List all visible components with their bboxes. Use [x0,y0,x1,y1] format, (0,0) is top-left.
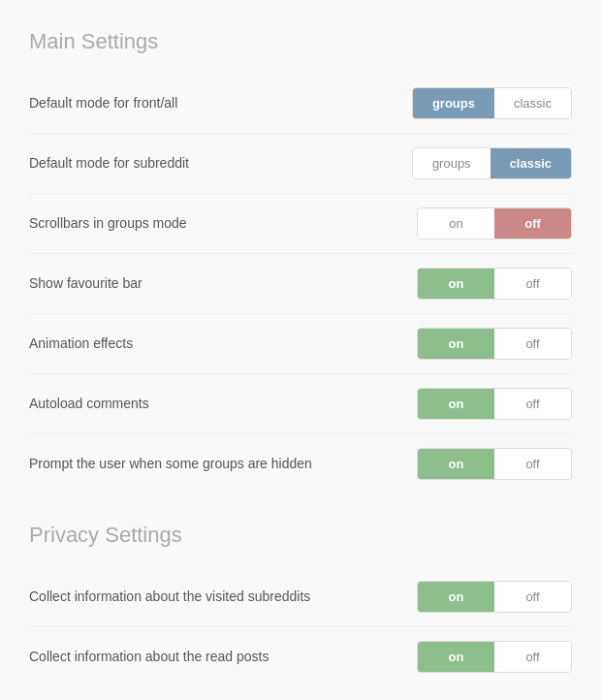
toggle-autoload-on[interactable]: on [418,389,494,419]
privacy-settings-title: Privacy Settings [29,523,572,548]
setting-label-autoload: Autoload comments [29,395,417,414]
setting-row-read-posts: Collect information about the read posts… [29,627,572,686]
toggle-group-visited-subreddits: on off [417,581,572,613]
toggle-group-favourite-bar: on off [417,268,572,300]
toggle-scrollbars-on[interactable]: on [418,208,494,239]
toggle-visited-subreddits-on[interactable]: on [418,582,494,612]
setting-label-visited-subreddits: Collect information about the visited su… [29,588,417,607]
setting-row-favourite-bar: Show favourite bar on off [29,254,572,314]
setting-label-animation: Animation effects [29,334,417,354]
setting-row-default-mode-subreddit: Default mode for subreddit groups classi… [29,134,572,194]
toggle-favourite-bar-on[interactable]: on [418,269,494,299]
toggle-group-autoload: on off [417,388,572,420]
setting-label-favourite-bar: Show favourite bar [29,274,417,294]
toggle-animation-off[interactable]: off [494,329,571,359]
toggle-group-default-mode-subreddit: groups classic [412,147,572,179]
toggle-groups-subreddit[interactable]: groups [413,148,490,178]
toggle-autoload-off[interactable]: off [494,389,571,419]
toggle-read-posts-off[interactable]: off [494,642,571,672]
toggle-group-default-mode-frontall: groups classic [412,87,572,119]
toggle-classic-subreddit[interactable]: classic [490,148,571,178]
setting-label-default-mode-frontall: Default mode for front/all [29,94,412,113]
toggle-group-animation: on off [417,328,572,360]
toggle-classic-frontall[interactable]: classic [494,88,571,118]
toggle-read-posts-on[interactable]: on [418,642,494,672]
setting-row-visited-subreddits: Collect information about the visited su… [29,567,572,627]
setting-label-scrollbars: Scrollbars in groups mode [29,214,417,234]
setting-row-prompt-groups: Prompt the user when some groups are hid… [29,434,572,493]
toggle-favourite-bar-off[interactable]: off [494,269,571,299]
setting-label-read-posts: Collect information about the read posts [29,648,417,667]
setting-label-default-mode-subreddit: Default mode for subreddit [29,154,412,174]
setting-row-default-mode-frontall: Default mode for front/all groups classi… [29,74,572,134]
toggle-prompt-groups-on[interactable]: on [418,449,494,479]
toggle-animation-on[interactable]: on [418,329,494,359]
toggle-group-read-posts: on off [417,641,572,673]
toggle-prompt-groups-off[interactable]: off [494,449,571,479]
setting-row-autoload: Autoload comments on off [29,374,572,434]
toggle-group-scrollbars: on off [417,207,572,239]
toggle-visited-subreddits-off[interactable]: off [494,582,571,612]
main-settings-title: Main Settings [29,29,572,54]
toggle-group-prompt-groups: on off [417,448,572,480]
setting-label-prompt-groups: Prompt the user when some groups are hid… [29,455,417,474]
setting-row-scrollbars: Scrollbars in groups mode on off [29,194,572,254]
privacy-settings-section: Privacy Settings Collect information abo… [29,523,572,686]
toggle-scrollbars-off[interactable]: off [494,208,571,239]
main-settings-section: Main Settings Default mode for front/all… [29,29,572,493]
setting-row-animation: Animation effects on off [29,314,572,374]
toggle-groups-frontall[interactable]: groups [413,88,494,118]
